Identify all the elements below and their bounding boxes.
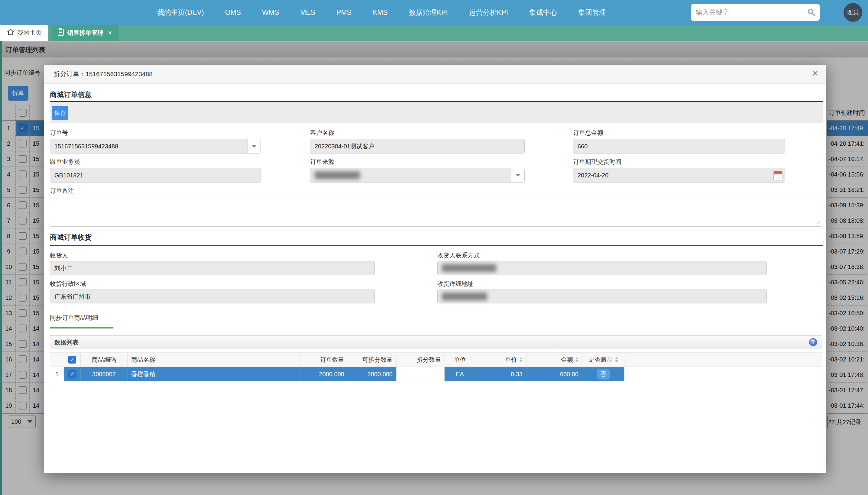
row-checkbox[interactable]: ✓ [68,370,76,378]
help-icon[interactable]: ? [809,338,817,346]
is-gift: 否 [582,367,625,381]
column-header-label: 订单数量 [320,356,344,364]
nav-item[interactable]: WMS [262,8,279,17]
address-label: 收货详细地址 [437,280,474,288]
active-tab-underline [50,327,113,328]
save-button[interactable]: 保存 [52,106,68,120]
tab-label: 销售拆单管理 [67,29,103,37]
unit-price: 0.33 [475,367,526,381]
customer-field[interactable]: 20220304-01测试客户 [310,139,525,154]
region-field[interactable]: 广东省广州市 [50,290,375,303]
sort-down-icon [615,360,618,362]
chevron-down-icon[interactable] [511,168,524,182]
nav-item[interactable]: 我的主页(DEV) [157,8,204,17]
unit: EA [445,367,475,381]
modal-title: 拆分订单：1516715631599423488 [44,70,153,78]
splittable-qty-value: 2000.000 [368,371,393,378]
splittable-qty: 2000.000 [348,367,396,381]
sort-up-icon [615,357,618,359]
customer-label: 客户名称 [310,129,334,137]
column-header[interactable]: 商品名称 [127,353,300,366]
search-input[interactable]: 输入关键字 [691,8,807,17]
nav-item[interactable]: 集成中心 [529,8,557,17]
column-header-label: 金额 [561,356,573,364]
order-source-redacted-value [314,171,360,179]
section-order-info-title: 商城订单信息 [50,90,91,99]
tab-sales-split[interactable]: 销售拆单管理 ✕ [51,25,118,41]
column-header[interactable]: 可拆分数量 [348,353,396,366]
column-header[interactable]: 单价 [475,353,526,366]
screen: 我的主页(DEV)OMSWMSMESPMSKMS数据治理KPI运营分析KPI集成… [0,0,868,495]
nav-item[interactable]: 运营分析KPI [469,8,508,17]
unit-value: EA [456,371,464,378]
avatar[interactable]: 理员 [844,3,862,22]
expected-delivery-field[interactable]: 2022-04-20 [573,168,785,183]
column-header[interactable]: 金额 [526,353,582,366]
column-header-label: 是否赠品 [589,356,613,364]
salesman-field[interactable]: GB101821 [50,168,261,183]
modal-close-icon[interactable]: ✕ [812,69,818,78]
row-number-value: 1 [55,371,58,378]
tab-home[interactable]: 我的主页 [0,25,48,41]
tab-bar: 我的主页 销售拆单管理 ✕ [0,25,868,41]
order-source-select[interactable] [310,168,525,183]
tab-label: 我的主页 [18,29,42,37]
tab-sync-order-detail[interactable]: 同步订单商品明细 [50,314,98,322]
close-tab-icon[interactable]: ✕ [107,30,112,36]
calendar-icon[interactable] [773,171,782,181]
nav-item[interactable]: KMS [373,8,388,17]
split-order-modal: 拆分订单：1516715631599423488 ✕ 商城订单信息 保存 订单号… [44,65,826,473]
sort-icon[interactable] [520,357,523,362]
home-icon [7,29,15,37]
order-qty-value: 2000.000 [319,371,344,378]
table-row[interactable]: 1✓3000002香橙香精2000.0002000.000EA0.33660.0… [50,367,822,381]
product-name-value: 香橙香精 [131,370,155,378]
unit-price-value: 0.33 [511,371,523,378]
column-header[interactable]: 单位 [445,353,475,366]
nav-item[interactable]: PMS [336,8,352,17]
amount: 660.00 [526,367,582,381]
salesman-value: GB101821 [54,172,83,179]
panel-help[interactable]: ? [809,338,817,346]
search-icon[interactable] [807,8,816,17]
nav-item[interactable]: 数据治理KPI [409,8,448,17]
nav-item[interactable]: 集团管理 [578,8,606,17]
receiver-label: 收货人 [50,252,68,260]
section-shipping-title: 商城订单收货 [50,233,91,242]
column-header[interactable]: 是否赠品 [582,353,625,366]
column-header-label: 单价 [505,356,517,364]
sort-icon[interactable] [615,357,618,362]
chevron-down-icon[interactable] [247,139,260,153]
contact-field[interactable] [437,261,767,275]
row-checkbox-cell[interactable]: ✓ [64,367,80,381]
tab-divider [50,328,822,328]
nav-item[interactable]: MES [300,8,315,17]
expected-delivery-label: 订单期望交货时间 [573,158,622,166]
sort-icon[interactable] [576,357,578,362]
column-header[interactable]: 订单数量 [300,353,348,366]
address-field[interactable] [437,290,767,303]
resize-grip-icon[interactable] [817,221,821,225]
address-redacted-value [442,292,487,301]
sort-down-icon [576,360,578,362]
column-header[interactable]: 拆分数量 [396,353,445,366]
document-icon [57,28,64,37]
region-label: 收货行政区域 [50,280,86,288]
column-header-label: 可拆分数量 [362,356,393,364]
expected-delivery-value: 2022-04-20 [578,172,608,179]
items-table: ✓商品编码商品名称订单数量可拆分数量拆分数量单位单价金额是否赠品1✓300000… [50,352,822,381]
column-header-label: 商品名称 [131,356,155,364]
receiver-field[interactable]: 刘小二 [50,261,375,275]
split-qty-input[interactable] [396,367,445,381]
total-amount-field[interactable]: 660 [573,139,785,154]
global-search-box[interactable]: 输入关键字 [691,4,820,21]
select-all-checkbox[interactable]: ✓ [68,356,76,363]
top-nav: 我的主页(DEV)OMSWMSMESPMSKMS数据治理KPI运营分析KPI集成… [0,0,868,25]
sort-up-icon [576,357,578,359]
remark-textarea[interactable] [50,198,822,227]
order-no-select[interactable]: 1516715631599423488 [50,139,261,154]
product-code: 3000002 [80,367,127,381]
nav-item[interactable]: OMS [225,8,241,17]
product-code-value: 3000002 [92,371,116,378]
column-header[interactable]: 商品编码 [80,353,127,366]
